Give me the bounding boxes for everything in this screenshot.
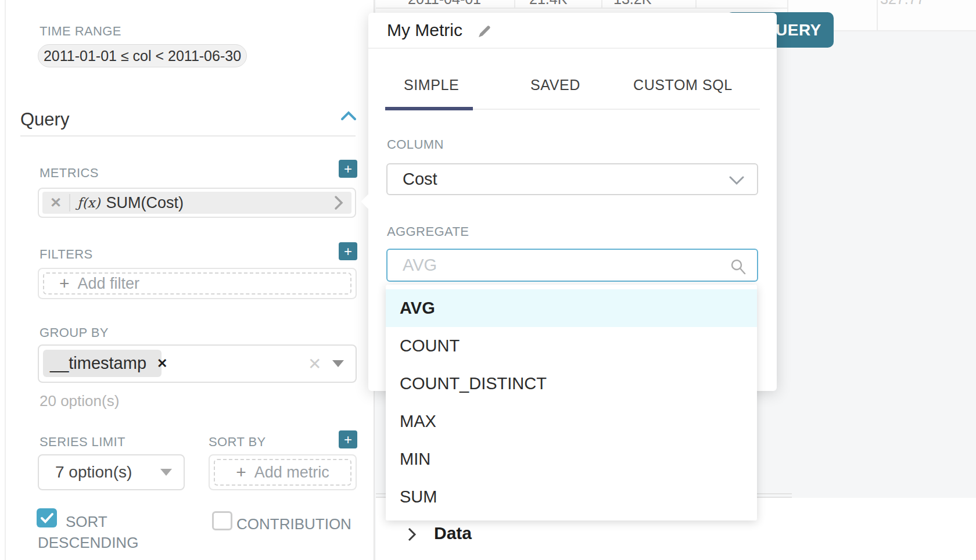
table-row-clipped: 2011-04-01 21.4K 13.2K 327.77 [376,0,976,8]
run-query-label: UERY [776,21,821,40]
filters-label: FILTERS [40,247,93,262]
chevron-right-icon[interactable] [407,526,417,543]
table-cell-fragment: 13.2K [613,0,651,8]
sort-by-container: + Add metric [209,454,357,490]
plus-icon: + [344,433,352,447]
menu-option-sum[interactable]: SUM [386,478,757,516]
time-range-value: 2011-01-01 ≤ col < 2011-06-30 [44,48,241,64]
aggregate-options-menu: AVG COUNT COUNT_DISTINCT MAX MIN SUM [386,285,757,520]
table-grid-line [376,8,787,9]
panel-left-border [5,0,6,560]
collapse-section-icon[interactable] [340,110,357,122]
group-by-options-hint: 20 option(s) [40,392,119,410]
add-filter-plus-button[interactable]: + [339,242,357,260]
plus-icon: + [236,462,246,482]
tab-simple[interactable]: SIMPLE [404,77,459,94]
clear-select-icon[interactable]: ✕ [308,354,321,374]
select-caret-icon[interactable] [332,360,344,367]
column-label: COLUMN [387,137,444,152]
menu-option-count-distinct[interactable]: COUNT_DISTINCT [386,365,757,403]
popover-title: My Metric [387,20,462,40]
add-metric-button[interactable]: + Add metric [214,459,351,486]
add-sort-metric-plus-button[interactable]: + [339,430,357,448]
menu-option-max[interactable]: MAX [386,403,757,440]
aggregate-search-input[interactable]: AVG [386,249,758,282]
table-cell-fragment: 327.77 [880,0,924,8]
sort-by-label: SORT BY [209,435,266,450]
control-panel: TIME RANGE 2011-01-01 ≤ col < 2011-06-30… [0,0,375,560]
open-metric-popover-icon[interactable] [334,195,343,210]
column-value: Cost [403,170,437,189]
contribution-label[interactable]: CONTRIBUTION [236,514,351,534]
tab-custom-sql[interactable]: CUSTOM SQL [633,77,733,94]
aggregate-label: AGGREGATE [387,224,469,239]
popover-divider [368,48,777,49]
metrics-label: METRICS [40,166,99,181]
column-select[interactable]: Cost [386,163,758,195]
table-cell-fragment: 2011-04-01 [408,0,481,8]
metric-name: SUM(Cost) [106,194,184,212]
pill-divider [69,194,70,211]
edit-pencil-icon[interactable] [478,24,491,38]
section-divider [20,135,356,137]
series-limit-value: 7 option(s) [55,463,132,482]
group-by-label: GROUP BY [40,325,109,340]
remove-metric-icon[interactable]: ✕ [42,195,69,211]
add-metric-label: Add metric [254,464,329,482]
plus-icon: + [344,245,352,259]
series-limit-label: SERIES LIMIT [40,435,125,450]
group-by-tag-value: __timestamp [50,354,146,373]
query-section-title: Query [20,109,69,130]
aggregate-placeholder: AVG [403,256,437,275]
tab-saved[interactable]: SAVED [530,77,580,94]
chevron-down-icon [728,175,745,186]
superset-explore-view: { "left_panel": { "time_range": { "label… [0,0,976,560]
function-icon: ƒ(x) [77,195,100,210]
metric-pill[interactable]: ✕ ƒ(x) SUM(Cost) [42,192,351,214]
plus-icon: + [344,162,352,176]
select-caret-icon[interactable] [160,469,172,476]
contribution-checkbox[interactable] [212,511,232,530]
add-filter-button[interactable]: + Add filter [43,272,351,295]
time-range-pill[interactable]: 2011-01-01 ≤ col < 2011-06-30 [38,44,247,67]
add-metric-plus-button[interactable]: + [339,160,357,178]
sort-descending-label[interactable]: SORT DESCENDING [38,511,145,553]
filters-container: + Add filter [38,268,357,299]
menu-option-min[interactable]: MIN [386,440,757,478]
table-cell-fragment: 21.4K [529,0,567,8]
active-tab-indicator [385,107,473,110]
search-icon [729,258,747,275]
add-filter-label: Add filter [78,275,140,293]
remove-tag-icon[interactable]: ✕ [157,356,167,371]
menu-option-count[interactable]: COUNT [386,327,757,365]
data-panel-title[interactable]: Data [434,523,472,543]
time-range-label: TIME RANGE [40,24,121,39]
menu-option-avg[interactable]: AVG [386,289,757,327]
plus-icon: + [59,274,70,293]
group-by-tag[interactable]: __timestamp ✕ [43,350,162,377]
